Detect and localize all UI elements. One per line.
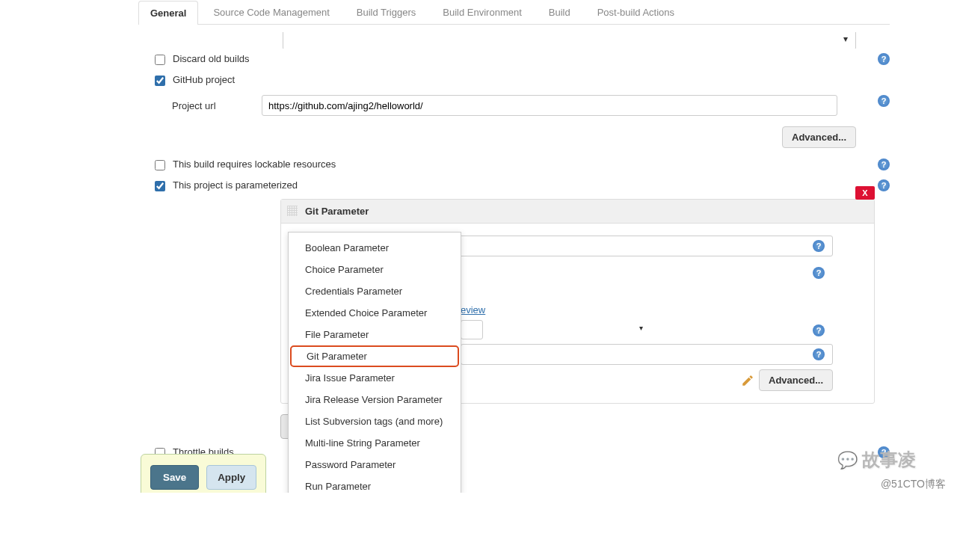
help-icon[interactable]: ?: [878, 179, 890, 191]
preview-link[interactable]: eview: [461, 304, 485, 316]
menu-item-file-parameter[interactable]: File Parameter: [289, 324, 461, 345]
watermark-blog-name: 故事凌: [837, 448, 916, 472]
tab-triggers[interactable]: Build Triggers: [345, 0, 428, 24]
delete-parameter-button[interactable]: X: [855, 186, 875, 200]
apply-button[interactable]: Apply: [206, 465, 256, 490]
help-icon[interactable]: ?: [878, 159, 890, 170]
param-type-select[interactable]: [461, 320, 483, 339]
jira-site-select[interactable]: [283, 32, 856, 49]
discard-old-builds-checkbox[interactable]: [155, 55, 165, 65]
advanced-button[interactable]: Advanced...: [782, 126, 856, 148]
github-project-label: GitHub project: [173, 74, 235, 85]
tab-env[interactable]: Build Environment: [431, 0, 534, 24]
watermark-51cto: @51CTO博客: [881, 478, 946, 491]
menu-item-jira-release-version-parameter[interactable]: Jira Release Version Parameter: [289, 389, 461, 410]
param-default-input[interactable]: [461, 344, 833, 365]
lockable-checkbox[interactable]: [155, 160, 165, 170]
github-project-checkbox[interactable]: [155, 76, 165, 86]
menu-item-password-parameter[interactable]: Password Parameter: [289, 454, 461, 476]
parameterized-checkbox[interactable]: [155, 181, 165, 191]
project-url-row: Project url ?: [138, 90, 890, 120]
help-icon[interactable]: ?: [813, 240, 825, 252]
config-tabs: General Source Code Management Build Tri…: [138, 0, 890, 25]
menu-item-run-parameter[interactable]: Run Parameter: [289, 476, 461, 493]
parameterized-row: This project is parameterized ?: [138, 175, 890, 196]
menu-item-git-parameter[interactable]: Git Parameter: [290, 345, 459, 367]
github-project-row: GitHub project: [138, 70, 890, 90]
discard-old-builds-label: Discard old builds: [173, 53, 250, 64]
help-icon[interactable]: ?: [813, 348, 825, 360]
tab-general[interactable]: General: [138, 1, 198, 25]
save-button[interactable]: Save: [150, 465, 199, 490]
parameter-type-menu: Boolean Parameter Choice Parameter Crede…: [288, 232, 461, 493]
param-title: Git Parameter: [305, 206, 369, 217]
jira-site-row-partial: [138, 32, 890, 49]
help-icon[interactable]: ?: [878, 95, 890, 107]
menu-item-extended-choice-parameter[interactable]: Extended Choice Parameter: [289, 302, 461, 324]
help-icon[interactable]: ?: [878, 53, 890, 65]
tab-post[interactable]: Post-build Actions: [585, 0, 686, 24]
lockable-row: This build requires lockable resources ?: [138, 154, 890, 175]
drag-handle-icon[interactable]: [287, 206, 299, 218]
param-header[interactable]: Git Parameter: [281, 200, 874, 224]
menu-item-jira-issue-parameter[interactable]: Jira Issue Parameter: [289, 367, 461, 389]
lockable-label: This build requires lockable resources: [173, 159, 336, 170]
menu-item-boolean-parameter[interactable]: Boolean Parameter: [289, 237, 461, 259]
discard-old-builds-row: Discard old builds ?: [138, 49, 890, 70]
help-icon[interactable]: ?: [813, 324, 825, 336]
help-icon[interactable]: ?: [813, 267, 825, 279]
menu-item-multiline-string-parameter[interactable]: Multi-line String Parameter: [289, 432, 461, 454]
github-advanced-row: Advanced...: [138, 120, 890, 154]
param-advanced-button[interactable]: Advanced...: [759, 369, 833, 391]
save-apply-bar: Save Apply: [141, 454, 266, 493]
menu-item-list-subversion-tags[interactable]: List Subversion tags (and more): [289, 410, 461, 432]
tab-scm[interactable]: Source Code Management: [201, 0, 341, 24]
project-url-input[interactable]: [262, 95, 837, 116]
project-url-label: Project url: [138, 100, 262, 111]
menu-item-choice-parameter[interactable]: Choice Parameter: [289, 259, 461, 280]
edit-icon: [741, 374, 754, 387]
parameterized-label: This project is parameterized: [173, 179, 298, 191]
menu-item-credentials-parameter[interactable]: Credentials Parameter: [289, 280, 461, 302]
tab-build[interactable]: Build: [537, 0, 582, 24]
